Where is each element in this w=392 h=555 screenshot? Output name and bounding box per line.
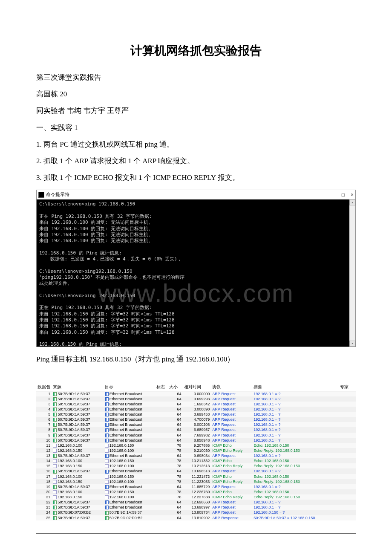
cmd-line: 192.168.0.150 的 Ping 统计信息:: [39, 250, 353, 256]
addr-icon: [105, 454, 109, 458]
minimize-button: —: [331, 192, 336, 198]
addr-icon: [105, 470, 109, 474]
cmd-titlebar: 命令提示符 — □ ×: [37, 190, 355, 199]
table-header-cell: 专家: [339, 383, 356, 391]
addr-icon: [105, 392, 109, 396]
addr-icon: [53, 506, 57, 509]
addr-icon: [105, 408, 109, 411]
table-row: 2550:7B:9D:1A:59:3750:7B:9D:07:D0:B26413…: [36, 515, 356, 520]
addr-icon: [53, 408, 57, 411]
addr-icon: [53, 397, 57, 401]
table-row: 2450:7B:9D:07:D0:B250:7B:9D:1A:59:376413…: [36, 510, 356, 515]
table-header-cell: 相对时间: [183, 383, 211, 391]
cmd-line: [39, 262, 353, 268]
addr-icon: [53, 500, 57, 504]
cmd-line: [39, 208, 353, 214]
scroll-up-icon: ▴: [349, 199, 355, 205]
table-row: 1950:7B:9D:1A:59:37Ethernet Broadcast641…: [36, 484, 356, 489]
addr-icon: [105, 506, 109, 509]
table-row: 1650:7B:9D:1A:59:37Ethernet Broadcast641…: [36, 468, 356, 474]
cmd-line: [39, 244, 353, 250]
table-row: 12192.168.0.150192.168.0.100789.210030IC…: [36, 448, 356, 453]
cmd-line: 'ping192.168.0.150' 不是内部或外部命令，也不是可运行的程序: [39, 275, 353, 280]
addr-icon: [53, 402, 57, 406]
addr-icon: [105, 459, 109, 463]
cmd-line: 正在 Ping 192.168.0.150 具有 32 字节的数据:: [39, 214, 353, 220]
addr-icon: [105, 495, 109, 499]
addr-icon: [105, 444, 109, 448]
table-row: 550:7B:9D:1A:59:37Ethernet Broadcast643.…: [36, 412, 356, 417]
cmd-scrollbar: ▴ ▾: [349, 199, 355, 347]
addr-icon: [105, 428, 109, 432]
addr-icon: [105, 464, 109, 468]
table-row: 1050:7B:9D:1A:59:37Ethernet Broadcast648…: [36, 438, 356, 443]
cmd-line: 来自 192.168.0.150 的回复: 字节=32 时间<1ms TTL=1…: [39, 323, 353, 329]
addr-icon: [105, 500, 109, 504]
cmd-line: [39, 286, 353, 292]
addr-icon: [53, 511, 57, 515]
scroll-down-icon: ▾: [349, 341, 355, 347]
paragraph: 2. 抓取 1 个 ARP 请求报文和 1 个 ARP 响应报文。: [36, 155, 356, 167]
addr-icon: [105, 418, 109, 422]
addr-icon: [53, 413, 57, 416]
table-row: 150:7B:9D:1A:59:37Ethernet Broadcast640.…: [36, 391, 356, 396]
table-row: 2250:7B:9D:1A:59:37Ethernet Broadcast641…: [36, 500, 356, 505]
paragraph: 一、实践容 1: [36, 122, 356, 133]
addr-icon: [53, 434, 57, 437]
cmd-line: 数据包: 已发送 = 4，已接收 = 4，丢失 = 0 (0% 丢失)，: [39, 256, 353, 262]
table-row: 15192.168.0.150192.168.0.1007810.212613I…: [36, 463, 356, 468]
addr-icon: [105, 397, 109, 401]
addr-icon: [105, 402, 109, 406]
addr-icon: [105, 449, 109, 453]
table-row: 750:7B:9D:1A:59:37Ethernet Broadcast646.…: [36, 422, 356, 427]
cmd-line: 来自 192.168.0.150 的回复: 字节=32 时间<1ms TTL=1…: [39, 311, 353, 317]
addr-icon: [53, 459, 57, 463]
table-row: 21192.168.0.150192.168.0.1007812.227638I…: [36, 494, 356, 500]
cmd-body: C:\Users\lenovo>ping 192.168.0.150 正在 Pi…: [37, 199, 355, 347]
cmd-line: C:\Users\lenovo>ping 192.168.0.150: [39, 201, 353, 207]
cmd-line: 来自 192.168.0.100 的回复: 无法访问目标主机。: [39, 232, 353, 238]
cmd-line: 来自 192.168.0.150 的回复: 字节=32 时间<1ms TTL=1…: [39, 330, 353, 335]
paragraph: 同实验者 韦纯 韦方宇 王尊严: [36, 105, 356, 116]
cmd-line: 正在 Ping 192.168.0.150 具有 32 字节的数据:: [39, 305, 353, 311]
addr-icon: [53, 470, 57, 474]
paragraph: 第三次课堂实践报告: [36, 72, 356, 83]
cmd-line: 来自 192.168.0.150 的回复: 字节=32 时间<1ms TTL=1…: [39, 317, 353, 323]
table-row: 850:7B:9D:1A:59:37Ethernet Broadcast646.…: [36, 427, 356, 432]
cmd-icon: [38, 192, 44, 198]
addr-icon: [105, 511, 109, 515]
paragraph: 1. 两台 PC 通过交换机或网线互相 ping 通。: [36, 139, 356, 150]
addr-icon: [53, 428, 57, 432]
table-row: 18192.168.0.150192.168.0.1007811.223053I…: [36, 479, 356, 484]
table-header-row: 数据包来源目标标志大小相对时间协议摘要专家: [36, 383, 356, 391]
addr-icon: [53, 392, 57, 396]
table-header-cell: 数据包: [36, 383, 52, 391]
table-header-cell: 标志: [155, 383, 168, 391]
addr-icon: [53, 480, 57, 484]
table-header-cell: 来源: [52, 383, 103, 391]
table-row: 2350:7B:9D:1A:59:37Ethernet Broadcast641…: [36, 505, 356, 510]
cmd-line: 来自 192.168.0.100 的回复: 无法访问目标主机。: [39, 220, 353, 225]
table-row: 450:7B:9D:1A:59:37Ethernet Broadcast643.…: [36, 407, 356, 412]
cmd-line: 来自 192.168.0.100 的回复: 无法访问目标主机。: [39, 226, 353, 232]
cmd-screenshot: 命令提示符 — □ × C:\Users\lenovo>ping 192.168…: [36, 190, 356, 347]
cmd-title: 命令提示符: [46, 191, 69, 198]
addr-icon: [53, 485, 57, 489]
addr-icon: [105, 490, 109, 494]
paragraph: 高国栋 20: [36, 88, 356, 100]
table-row: 650:7B:9D:1A:59:37Ethernet Broadcast644.…: [36, 417, 356, 422]
table-row: 11192.168.0.100192.168.0.150789.207886IC…: [36, 443, 356, 448]
addr-icon: [53, 454, 57, 458]
addr-icon: [105, 485, 109, 489]
addr-icon: [105, 475, 109, 479]
paragraph: Ping 通目标主机 192.168.0.150（对方也 ping 通 192.…: [36, 353, 356, 365]
cmd-line: 或批处理文件。: [39, 280, 353, 286]
addr-icon: [53, 423, 57, 427]
table-row: 250:7B:9D:1A:59:37Ethernet Broadcast640.…: [36, 396, 356, 402]
cmd-line: 来自 192.168.0.100 的回复: 无法访问目标主机。: [39, 238, 353, 244]
packet-table: 数据包来源目标标志大小相对时间协议摘要专家 150:7B:9D:1A:59:37…: [36, 383, 356, 520]
cmd-line: 192.168.0.150 的 Ping 统计信息:: [39, 341, 353, 347]
addr-icon: [53, 495, 57, 499]
cmd-line: C:\Users\lenovo>ping192.168.0.150: [39, 269, 353, 275]
table-header-cell: 目标: [104, 383, 155, 391]
